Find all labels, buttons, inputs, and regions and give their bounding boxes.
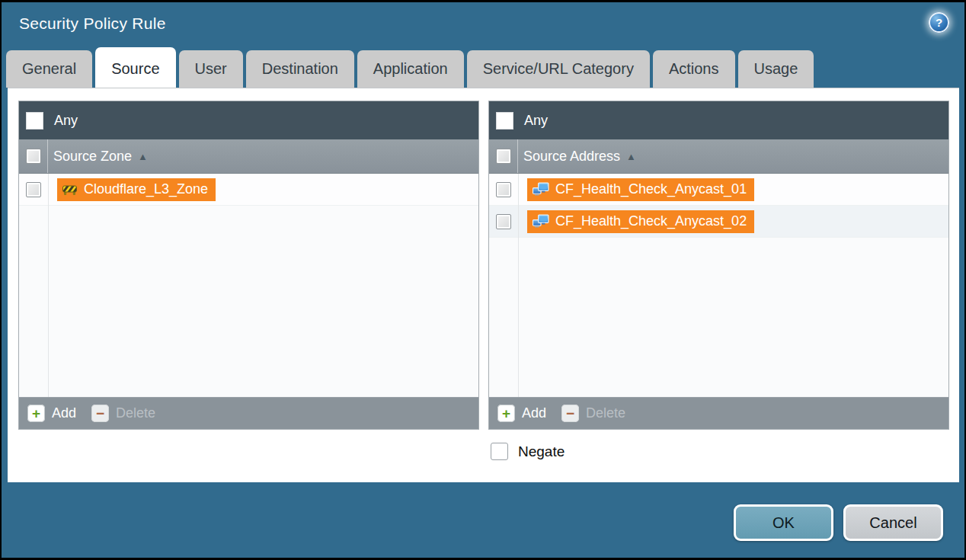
source-zone-footer: + Add − Delete: [19, 397, 478, 429]
source-address-item-label: CF_Health_Check_Anycast_02: [555, 213, 747, 229]
source-zone-select-all-checkbox[interactable]: [26, 149, 41, 164]
tab-bar: General Source User Destination Applicat…: [2, 46, 964, 88]
add-icon: +: [27, 405, 45, 422]
negate-checkbox[interactable]: [491, 443, 508, 460]
add-button[interactable]: + Add: [27, 405, 76, 422]
add-button[interactable]: + Add: [497, 405, 546, 422]
add-icon: +: [497, 405, 515, 422]
delete-icon: −: [561, 405, 579, 422]
source-zone-any-header: Any: [19, 101, 478, 139]
delete-button[interactable]: − Delete: [91, 405, 155, 422]
tab-actions[interactable]: Actions: [653, 50, 735, 88]
negate-label: Negate: [518, 443, 565, 460]
tab-service-url-category[interactable]: Service/URL Category: [467, 50, 650, 88]
dialog-titlebar: Security Policy Rule ?: [2, 2, 964, 46]
ok-button[interactable]: OK: [734, 504, 833, 541]
tab-content-source: Any Source Zone ▲: [8, 88, 959, 482]
source-address-column-title: Source Address: [523, 149, 620, 165]
dialog-button-bar: OK Cancel: [2, 482, 964, 558]
zone-icon: [62, 183, 78, 196]
delete-button[interactable]: − Delete: [561, 405, 625, 422]
tab-application[interactable]: Application: [357, 50, 464, 88]
address-icon: [532, 214, 549, 229]
source-zone-column-title: Source Zone: [53, 149, 132, 165]
source-zone-item-label: Cloudflare_L3_Zone: [84, 181, 208, 197]
source-address-any-label: Any: [524, 113, 548, 129]
table-row[interactable]: CF_Health_Check_Anycast_02: [489, 206, 948, 238]
table-row[interactable]: CF_Health_Check_Anycast_01: [489, 174, 948, 206]
row-checkbox[interactable]: [496, 182, 511, 197]
source-address-item[interactable]: CF_Health_Check_Anycast_02: [527, 210, 754, 233]
address-icon: [532, 182, 549, 197]
security-policy-rule-dialog: Security Policy Rule ? General Source Us…: [2, 2, 964, 558]
row-checkbox[interactable]: [26, 182, 41, 197]
table-row[interactable]: Cloudflare_L3_Zone: [19, 174, 478, 206]
source-address-footer: + Add − Delete: [489, 397, 948, 429]
source-zone-any-checkbox[interactable]: [26, 112, 43, 130]
cancel-button[interactable]: Cancel: [843, 504, 943, 541]
source-address-any-header: Any: [489, 101, 948, 139]
tab-user[interactable]: User: [179, 50, 243, 88]
tab-general[interactable]: General: [6, 50, 92, 88]
tab-usage[interactable]: Usage: [738, 50, 814, 88]
sort-ascending-icon: ▲: [626, 151, 636, 162]
source-address-any-checkbox[interactable]: [496, 112, 513, 130]
tab-source[interactable]: Source: [95, 47, 175, 88]
help-icon[interactable]: ?: [929, 12, 949, 33]
tab-destination[interactable]: Destination: [246, 50, 354, 88]
source-zone-column-header[interactable]: Source Zone ▲: [19, 139, 478, 174]
source-zone-panel: Any Source Zone ▲: [18, 101, 479, 430]
source-address-list: CF_Health_Check_Anycast_01: [489, 174, 948, 397]
source-zone-list: Cloudflare_L3_Zone: [19, 174, 478, 397]
row-checkbox[interactable]: [496, 214, 511, 229]
negate-row: Negate: [491, 443, 565, 460]
source-zone-any-label: Any: [54, 113, 78, 129]
sort-ascending-icon: ▲: [138, 151, 148, 162]
source-address-column-header[interactable]: Source Address ▲: [489, 139, 948, 174]
dialog-title: Security Policy Rule: [19, 14, 166, 33]
source-address-item[interactable]: CF_Health_Check_Anycast_01: [527, 178, 754, 201]
source-zone-item[interactable]: Cloudflare_L3_Zone: [57, 178, 216, 201]
source-address-panel: Any Source Address ▲: [488, 101, 949, 430]
delete-icon: −: [91, 405, 109, 422]
source-address-item-label: CF_Health_Check_Anycast_01: [555, 181, 747, 197]
source-address-select-all-checkbox[interactable]: [496, 149, 511, 164]
